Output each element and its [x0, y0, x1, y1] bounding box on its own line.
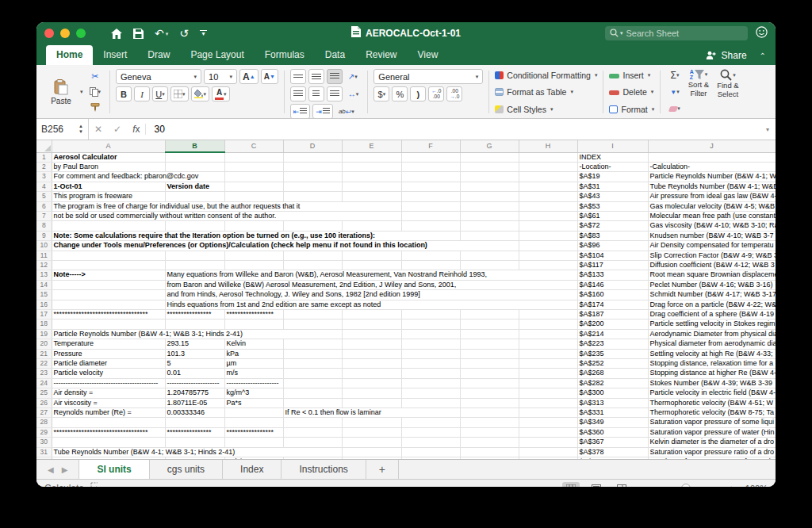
row-header[interactable]: 28: [36, 418, 52, 427]
grid-cell[interactable]: $A$187: [577, 310, 648, 319]
grid-cell[interactable]: [52, 438, 165, 447]
grid-cell[interactable]: Tube Reynolds Number (B&W 4-1; W&B 3-1; …: [52, 447, 342, 457]
grid-cell[interactable]: [519, 192, 577, 201]
grid-cell[interactable]: [460, 359, 519, 369]
row-header[interactable]: 31: [36, 447, 52, 457]
grid-cell[interactable]: Settling velocity at high Re (B&W 4-33;: [648, 349, 776, 358]
grid-cell[interactable]: Gas molecular velocity (B&W 4-5; W&B: [648, 201, 776, 211]
grid-cell[interactable]: Knudsen number (B&W 4-10; W&B 3-7: [648, 231, 776, 240]
grid-cell[interactable]: [283, 427, 342, 437]
grid-cell[interactable]: [460, 378, 519, 388]
grid-cell[interactable]: [52, 300, 165, 309]
grid-cell[interactable]: from Baron and Willeke (B&W) Aerosol Mea…: [165, 280, 577, 289]
grid-cell[interactable]: $A$61: [577, 211, 648, 220]
row-header[interactable]: 6: [36, 201, 52, 211]
row-header[interactable]: 13: [36, 270, 52, 280]
grid-cell[interactable]: 101.3: [165, 349, 224, 358]
grid-cell[interactable]: $A$72: [577, 221, 648, 231]
format-cells-button[interactable]: Format▾: [609, 103, 654, 115]
tab-draw[interactable]: Draw: [137, 45, 180, 65]
align-right-button[interactable]: [327, 86, 343, 101]
grid-cell[interactable]: [224, 172, 283, 182]
grid-cell[interactable]: [460, 418, 519, 427]
grid-cell[interactable]: [519, 388, 577, 398]
grid-cell[interactable]: [401, 310, 460, 319]
grid-cell[interactable]: [460, 310, 519, 319]
comma-format-button[interactable]: ): [410, 86, 426, 101]
bold-button[interactable]: B: [116, 86, 132, 101]
grid-cell[interactable]: [460, 408, 519, 418]
grid-cell[interactable]: [224, 438, 283, 447]
format-painter-icon[interactable]: [86, 101, 105, 114]
grid-cell[interactable]: ----------------------: [165, 378, 224, 388]
format-as-table-button[interactable]: Format as Table▾: [495, 86, 597, 98]
italic-button[interactable]: I: [134, 86, 150, 101]
save-icon[interactable]: [133, 29, 144, 39]
grid-cell[interactable]: [342, 378, 401, 388]
next-sheet-icon[interactable]: ▶: [62, 465, 68, 474]
paste-button[interactable]: Paste: [45, 69, 77, 115]
currency-format-button[interactable]: $▾: [373, 86, 389, 101]
grid-cell[interactable]: [165, 251, 224, 260]
grid-cell[interactable]: [342, 319, 401, 329]
row-header[interactable]: 18: [36, 319, 52, 329]
grid-cell[interactable]: [401, 388, 460, 398]
grid-cell[interactable]: Particle diameter: [52, 359, 165, 369]
grid-cell[interactable]: [283, 398, 342, 407]
page-break-view-icon[interactable]: [613, 482, 630, 487]
grid-cell[interactable]: kg/m^3: [224, 388, 283, 398]
grid-cell[interactable]: Tube Reynolds Number (B&W 4-1; W&B: [648, 182, 776, 191]
grid-cell[interactable]: $A$31: [577, 182, 648, 191]
grid-cell[interactable]: [342, 418, 401, 427]
grid-cell[interactable]: [52, 251, 165, 260]
fill-color-button[interactable]: ▾: [191, 86, 210, 101]
grid-cell[interactable]: Aerosol Calculator: [52, 152, 165, 162]
grid-cell[interactable]: [283, 192, 342, 201]
grid-cell[interactable]: $A$313: [577, 398, 648, 407]
grid-cell[interactable]: [401, 329, 460, 339]
grid-cell[interactable]: 1-Oct-01: [52, 182, 165, 191]
grid-cell[interactable]: [342, 398, 401, 407]
grid-cell[interactable]: [460, 201, 519, 211]
grid-cell[interactable]: [401, 378, 460, 388]
grid-cell[interactable]: [283, 378, 342, 388]
sheet-tab-index[interactable]: Index: [223, 460, 282, 479]
orientation-dropdown-icon[interactable]: ▾: [354, 74, 358, 80]
grid-cell[interactable]: $A$360: [577, 427, 648, 437]
conditional-formatting-button[interactable]: Conditional Formatting▾: [495, 69, 597, 81]
grid-cell[interactable]: [460, 251, 519, 260]
grid-cell[interactable]: Reynolds number (Re) =: [52, 408, 165, 418]
grid-cell[interactable]: [401, 162, 460, 171]
grid-cell[interactable]: Physical diameter from aerodynamic dia: [648, 339, 776, 349]
grid-cell[interactable]: [460, 260, 519, 270]
grid-cell[interactable]: [283, 339, 342, 349]
increase-indent-button[interactable]: ⇥: [312, 104, 333, 119]
grid-cell[interactable]: by Paul Baron: [52, 162, 165, 171]
grid-cell[interactable]: [283, 172, 342, 182]
grid-cell[interactable]: ----------------------------------------…: [52, 378, 165, 388]
decrease-decimal-button[interactable]: .00→.0: [446, 86, 462, 101]
redo-icon[interactable]: ↺: [179, 28, 189, 39]
grid-cell[interactable]: [52, 260, 165, 270]
grid-cell[interactable]: For comment and feedback: pbaron@cdc.gov: [52, 172, 224, 182]
grid-cell[interactable]: [52, 290, 165, 300]
prev-sheet-icon[interactable]: ◀: [48, 465, 54, 474]
grid-cell[interactable]: [401, 319, 460, 329]
grid-cell[interactable]: $A$174: [577, 300, 648, 309]
col-header-C[interactable]: C: [224, 140, 283, 152]
grid-cell[interactable]: $A$83: [577, 231, 648, 240]
grid-cell[interactable]: [224, 418, 283, 427]
tab-home[interactable]: Home: [46, 45, 93, 65]
minimize-window-button[interactable]: [60, 29, 70, 38]
grid-cell[interactable]: m/s: [224, 369, 283, 378]
grid-cell[interactable]: If Re < 0.1 then flow is laminar: [283, 408, 460, 418]
grid-cell[interactable]: ****************: [165, 427, 224, 437]
grid-cell[interactable]: [519, 339, 577, 349]
grid-cell[interactable]: 5: [165, 359, 224, 369]
grid-cell[interactable]: [519, 398, 577, 407]
grid-cell[interactable]: Kelvin: [224, 339, 283, 349]
grid-cell[interactable]: [401, 211, 460, 220]
increase-decimal-button[interactable]: ←.0.00: [428, 86, 444, 101]
grid-cell[interactable]: [342, 152, 401, 162]
orientation-button[interactable]: ↗▾: [345, 69, 361, 84]
